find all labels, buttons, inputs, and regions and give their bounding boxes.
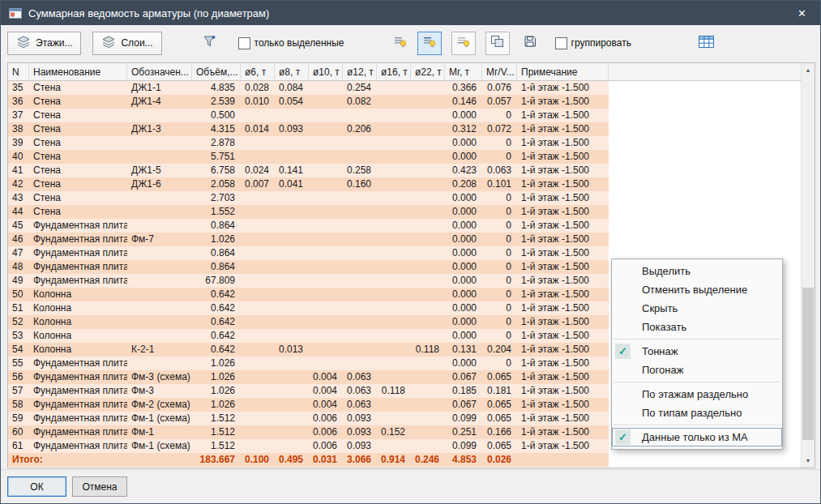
table-cell [343,191,377,205]
column-header[interactable]: Мг, т [445,63,482,80]
table-row[interactable]: 60Фундаментная плитаФм-11.5120.0060.0930… [8,425,609,439]
close-button[interactable]: ✕ [784,1,820,25]
table-row[interactable]: 51Колонна0.6420.00001-й этаж -1.500 [8,301,609,315]
table-cell [411,301,445,315]
export-table-button[interactable] [695,32,719,55]
table-row[interactable]: 46Фундаментная плитаФм-71.0260.00001-й э… [8,233,609,246]
table-row[interactable]: 58Фундаментная плитаФм-2 (схема)1.0260.0… [8,398,609,412]
table-cell: 53 [8,329,29,343]
table-cell: 0.004 [309,384,343,398]
table-cell: Фм-7 [127,233,192,246]
table-cell: 0.065 [482,370,517,384]
table-row[interactable]: 53Колонна0.6420.00001-й этаж -1.500 [8,329,609,343]
table-row[interactable]: 41СтенаДЖ1-56.7580.0240.1410.2580.4230.0… [8,164,609,177]
table-row[interactable]: 36СтенаДЖ1-42.5390.0100.0540.0820.1460.0… [8,95,609,109]
table-cell [377,315,411,329]
floors-button[interactable]: Этажи... [7,32,81,55]
visibility-filter-button-2[interactable] [417,32,442,55]
table-cell [377,122,411,136]
table-cell: Стена [29,122,127,136]
scrollbar-thumb[interactable] [802,288,814,440]
table-row[interactable]: 47Фундаментная плита0.8640.00001-й этаж … [8,246,609,260]
column-header[interactable]: N [8,63,29,80]
table-row[interactable]: 42СтенаДЖ1-62.0580.0070.0410.1600.2080.1… [8,177,609,191]
menu-item[interactable]: По типам раздельно [612,404,782,422]
menu-item[interactable]: Показать [612,318,782,336]
table-row[interactable]: 50Колонна0.6420.00001-й этаж -1.500 [8,288,609,301]
table-cell [343,329,377,343]
filter-button[interactable] [198,32,222,55]
table-row[interactable]: 61Фундаментная плитаФм-1 (схема)1.5120.0… [8,439,609,453]
table-cell [127,150,192,164]
column-header[interactable]: Наименование [29,63,127,80]
table-cell: 43 [8,191,29,205]
scroll-down-button[interactable]: ▼ [802,454,815,468]
column-header[interactable]: ø6, т [241,63,275,80]
menu-item[interactable]: ✓Тоннаж [612,342,782,361]
table-cell: Фундаментная плита [29,412,127,425]
table-cell [275,329,309,343]
column-header[interactable]: ø12, т [343,63,377,80]
layers-button[interactable]: Слои... [92,32,161,55]
table-row[interactable]: 48Фундаментная плита0.8640.00001-й этаж … [8,260,609,274]
ok-button[interactable]: ОК [7,476,66,497]
table-cell [309,191,343,205]
cancel-button[interactable]: Отмена [72,476,127,497]
table-row[interactable]: 52Колонна0.6420.00001-й этаж -1.500 [8,315,609,329]
column-header[interactable]: Объём,... [192,63,241,80]
table-cell: 0.131 [445,343,482,357]
visibility-filter-button-3[interactable] [451,32,476,55]
table-cell: 0.254 [343,81,377,95]
table-cell: 1.026 [192,398,241,412]
table-row[interactable]: 35СтенаДЖ1-14.8350.0280.0840.2540.3660.0… [8,81,609,95]
visibility-filter-button-1[interactable] [388,32,413,55]
menu-item[interactable]: Отменить выделение [612,280,782,299]
table-row[interactable]: 38СтенаДЖ1-34.3150.0140.0930.2060.3120.0… [8,122,609,136]
table-row[interactable]: 40Стена5.7510.00001-й этаж -1.500 [8,150,609,164]
menu-item[interactable]: Погонаж [612,361,782,379]
table-cell [275,315,309,329]
menu-item[interactable]: Скрыть [612,299,782,318]
only-selected-checkbox[interactable] [238,37,250,49]
vertical-scrollbar[interactable]: ▲ ▼ [801,63,815,468]
table-cell [241,384,275,398]
table-cell: 0.063 [343,398,377,412]
table-row[interactable]: 37Стена0.5000.00001-й этаж -1.500 [8,109,609,122]
column-header[interactable]: Мг/V... [482,63,517,80]
view-mode-button[interactable] [485,32,510,55]
menu-item[interactable]: ✓Данные только из МА [612,428,782,446]
column-header[interactable]: ø22, т [411,63,445,80]
table-row[interactable]: 59Фундаментная плитаФм-1 (схема)1.5120.0… [8,412,609,425]
table-cell [127,136,192,150]
table-cell [411,122,445,136]
table-cell: 0.101 [482,177,517,191]
column-header[interactable]: Примечание [517,63,609,80]
table-row[interactable]: 56Фундаментная плитаФм-3 (схема)1.0260.0… [8,370,609,384]
table-row[interactable]: 39Стена2.8780.00001-й этаж -1.500 [8,136,609,150]
menu-item[interactable]: По этажам раздельно [612,385,782,404]
column-header[interactable]: ø8, т [275,63,309,80]
table-cell: 0 [482,315,517,329]
save-button[interactable] [518,32,542,55]
table-cell: 1-й этаж -1.500 [517,136,609,150]
table-row[interactable]: 43Стена2.7030.00001-й этаж -1.500 [8,191,609,205]
column-header[interactable]: ø16, т [377,63,411,80]
table-row[interactable]: 57Фундаментная плитаФм-31.0260.0040.0630… [8,384,609,398]
table-cell: 1-й этаж -1.500 [517,329,609,343]
table-row[interactable]: 54КолоннаК-2-10.6420.0130.1180.1310.2041… [8,343,609,357]
group-checkbox[interactable] [555,37,567,49]
table-cell [343,357,377,370]
table-row[interactable]: 45Фундаментная плита0.8640.00001-й этаж … [8,219,609,233]
table-cell: 1-й этаж -1.500 [517,412,609,425]
menu-separator [614,425,780,425]
table-row[interactable]: 55Фундаментная плита1.0260.00001-й этаж … [8,357,609,370]
table-row[interactable]: 44Стена1.5520.00001-й этаж -1.500 [8,205,609,219]
column-header[interactable]: ø10, т [309,63,343,80]
menu-item[interactable]: Выделить [612,262,782,280]
group-label: группировать [571,37,631,49]
scroll-up-button[interactable]: ▲ [802,63,815,77]
column-header[interactable]: Обозначен... [127,63,192,80]
table-cell [241,191,275,205]
table-row[interactable]: 49Фундаментная плита67.8090.00001-й этаж… [8,274,609,288]
table-cell: ДЖ1-5 [127,164,192,177]
